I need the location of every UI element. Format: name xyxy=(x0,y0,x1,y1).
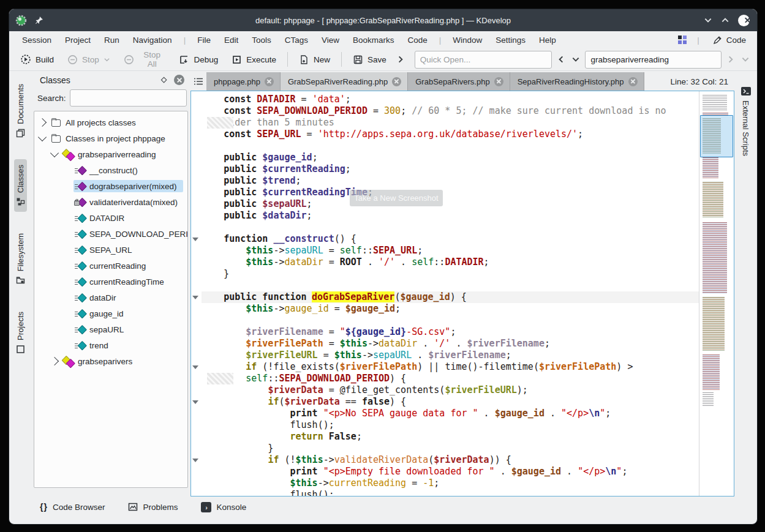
toolbar-overflow-button[interactable] xyxy=(395,54,406,65)
statusbar-konsole-button[interactable]: ›Konsole xyxy=(198,501,249,514)
tree-item-currentreading[interactable]: currentReading xyxy=(34,258,187,274)
menu-item-session[interactable]: Session xyxy=(17,34,57,47)
tree-item-currentreadingtime[interactable]: currentReadingTime xyxy=(34,274,187,290)
tree-item-validateriverdata-mixed[interactable]: validateriverdata(mixed) xyxy=(34,194,187,210)
code-line[interactable] xyxy=(191,222,699,233)
menu-item-window[interactable]: Window xyxy=(447,34,488,47)
tab-phppage-php[interactable]: phppage.php xyxy=(206,72,281,91)
code-line[interactable]: public $trend; xyxy=(191,175,699,187)
search-options-button[interactable] xyxy=(570,54,581,65)
code-line[interactable]: $riverFilePath = $this->dataDir . '/' . … xyxy=(191,338,699,350)
code-line[interactable]: $riverFilename = "${gauge_id}-SG.csv"; xyxy=(191,326,699,338)
execute-button[interactable]: Execute xyxy=(227,52,281,67)
code-line[interactable]: older than 5 minutes xyxy=(191,117,699,129)
code-line[interactable]: public function doGrabSepaRiver($gauge_i… xyxy=(191,291,699,303)
code-line[interactable]: } xyxy=(191,268,699,280)
minimap-scrollbar[interactable] xyxy=(699,91,734,496)
menu-item-bookmarks[interactable]: Bookmarks xyxy=(347,34,400,47)
code-line[interactable]: return False; xyxy=(191,431,699,443)
stop-button[interactable]: Stop xyxy=(62,52,115,67)
fold-marker-icon[interactable] xyxy=(191,233,202,245)
code-line[interactable]: self::SEPA_DOWNLOAD_PERIOD) { xyxy=(191,373,699,384)
tab-close-icon[interactable] xyxy=(392,77,401,86)
fold-marker-icon[interactable] xyxy=(191,396,202,408)
document-list-icon[interactable] xyxy=(190,72,206,91)
class-search-input[interactable] xyxy=(70,89,187,107)
quick-open-input[interactable] xyxy=(415,51,552,69)
code-line[interactable]: const SEPA_URL = 'http://apps.sepa.org.u… xyxy=(191,129,699,140)
menu-item-ctags[interactable]: CTags xyxy=(279,34,314,47)
menu-item-tools[interactable]: Tools xyxy=(246,34,277,47)
tab-close-icon[interactable] xyxy=(628,77,638,86)
detach-icon[interactable] xyxy=(160,76,168,84)
dock-tab-documents[interactable]: Documents xyxy=(14,78,27,143)
code-line[interactable]: } xyxy=(191,443,699,454)
fold-marker-icon[interactable] xyxy=(191,361,202,373)
tree-item-grabseparivers[interactable]: grabseparivers xyxy=(34,353,187,369)
menu-item-project[interactable]: Project xyxy=(59,34,96,47)
fold-marker-icon[interactable] xyxy=(191,291,202,303)
menu-item-navigation[interactable]: Navigation xyxy=(127,34,178,47)
code-line[interactable]: if (!$this->validateRiverData($riverData… xyxy=(191,454,699,466)
debug-button[interactable]: Debug xyxy=(174,52,223,67)
statusbar-problems-button[interactable]: Problems xyxy=(126,501,180,513)
build-button[interactable]: Build xyxy=(15,51,59,67)
tab-separiverreadinghistory-php[interactable]: SepaRiverReadingHistory.php xyxy=(510,72,644,91)
expander-open-icon[interactable] xyxy=(50,149,59,157)
tree-item-sepaurl[interactable]: sepaURL xyxy=(34,321,187,337)
new-button[interactable]: New xyxy=(294,52,335,67)
tree-item-sepa-url[interactable]: SEPA_URL xyxy=(34,242,187,258)
search-next-button[interactable] xyxy=(725,54,736,65)
menu-item-edit[interactable]: Edit xyxy=(219,34,244,47)
dock-tab-external-scripts[interactable]: External Scripts xyxy=(739,81,753,162)
tree-item-sepa-download-period[interactable]: SEPA_DOWNLOAD_PERIOD xyxy=(34,226,187,242)
stop-all-button[interactable]: Stop All xyxy=(119,48,171,71)
pin-icon[interactable] xyxy=(34,15,44,25)
code-line[interactable]: public $currentReading; xyxy=(191,163,699,175)
tree-item-datadir[interactable]: dataDir xyxy=(34,290,187,305)
menu-item-run[interactable]: Run xyxy=(99,34,125,47)
maximize-button[interactable] xyxy=(721,16,729,24)
code-viewport[interactable]: const DATADIR = 'data'; const SEPA_DOWNL… xyxy=(190,91,734,496)
code-line[interactable]: if (!file_exists($riverFilePath) || time… xyxy=(191,361,699,373)
code-line[interactable]: $riverFileURL = $this->sepaURL . $riverF… xyxy=(191,350,699,361)
code-line[interactable]: print "<p>Empty file downloaded for " . … xyxy=(191,466,699,478)
dock-tab-classes[interactable]: Classes xyxy=(14,159,27,212)
expander-closed-icon[interactable] xyxy=(50,357,59,365)
dock-tab-projects[interactable]: Projects xyxy=(14,306,27,359)
code-line[interactable]: $this->gauge_id = $gauge_id; xyxy=(191,303,699,315)
tab-grabsepariverreading-php[interactable]: GrabSepaRiverReading.php xyxy=(281,72,408,91)
tree-item-trend[interactable]: trend xyxy=(34,337,187,353)
code-line[interactable] xyxy=(191,140,699,152)
menu-item-file[interactable]: File xyxy=(192,34,216,47)
code-line[interactable]: public $currentReadingTime; xyxy=(191,187,699,198)
code-line[interactable]: $this->dataDir = ROOT . '/' . self::DATA… xyxy=(191,257,699,268)
expander-closed-icon[interactable] xyxy=(38,118,47,127)
working-set-icon[interactable] xyxy=(677,35,687,45)
code-line[interactable]: if($riverData == false) { xyxy=(191,396,699,408)
close-button[interactable] xyxy=(738,15,750,26)
code-line[interactable]: $this->sepaURL = self::SEPA_URL; xyxy=(191,245,699,257)
tree-item-all-projects-classes[interactable]: All projects classes xyxy=(34,114,187,130)
area-switcher[interactable]: Code xyxy=(709,34,750,46)
tree-item-gauge-id[interactable]: gauge_id xyxy=(34,305,187,321)
tab-grabseparivers-php[interactable]: GrabSepaRivers.php xyxy=(408,72,510,91)
code-line[interactable]: public $dataDir; xyxy=(191,210,699,222)
tab-close-icon[interactable] xyxy=(265,77,274,86)
menu-item-view[interactable]: View xyxy=(316,34,345,47)
search-more-button[interactable] xyxy=(740,54,751,65)
titlebar[interactable]: default: phppage - [ phppage:GrabSepaRiv… xyxy=(9,9,757,31)
tab-close-icon[interactable] xyxy=(494,77,503,86)
tree-item-datadir[interactable]: DATADIR xyxy=(34,210,187,226)
code-line[interactable]: const DATADIR = 'data'; xyxy=(191,94,699,105)
code-line[interactable]: const SEPA_DOWNLOAD_PERIOD = 300; // 60 … xyxy=(191,105,699,117)
tree-item-construct[interactable]: __construct() xyxy=(34,162,187,178)
menu-item-code[interactable]: Code xyxy=(402,34,433,47)
minimap-viewport[interactable] xyxy=(700,115,733,157)
tree-item-dograbsepariver-mixed[interactable]: dograbsepariver(mixed) xyxy=(34,178,187,194)
code-line[interactable] xyxy=(191,315,699,326)
statusbar-code-browser-button[interactable]: {}Code Browser xyxy=(37,501,107,513)
dock-tab-filesystem[interactable]: Filesystem xyxy=(14,228,27,290)
stop-dropdown-icon[interactable] xyxy=(104,56,110,63)
code-line[interactable]: $riverData = @file_get_contents($riverFi… xyxy=(191,384,699,396)
